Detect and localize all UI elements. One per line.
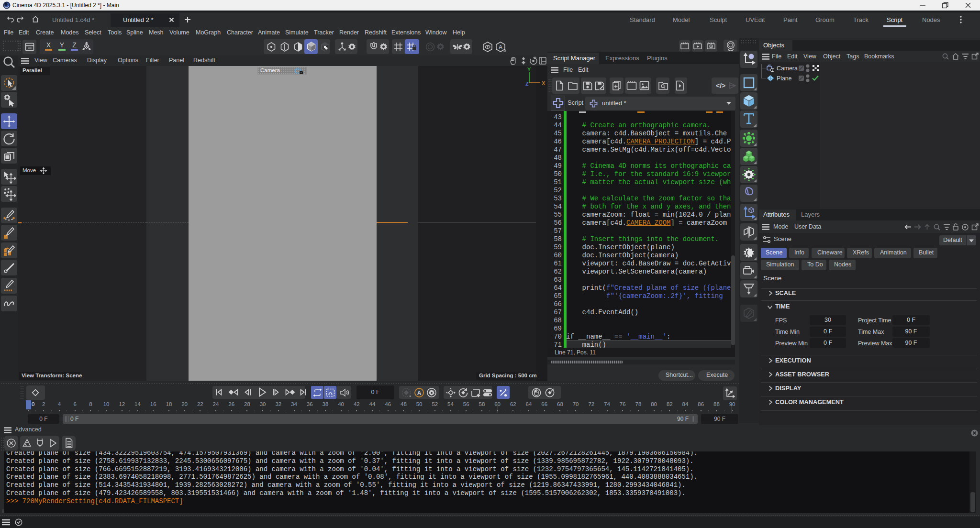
svg-text:A: A [417, 390, 422, 396]
svg-text:Y: Y [527, 66, 531, 72]
svg-text:X: X [542, 80, 546, 86]
svg-text:A: A [499, 44, 502, 51]
svg-text:Z: Z [525, 81, 529, 87]
